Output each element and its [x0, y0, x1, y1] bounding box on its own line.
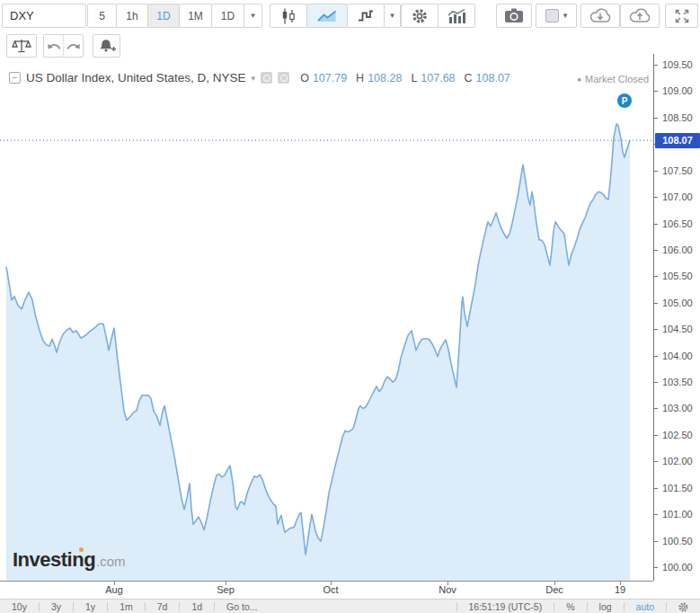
price-tick-label: 100.50 [662, 536, 693, 546]
price-tick-label: 102.00 [662, 456, 693, 466]
price-tick [654, 303, 658, 304]
event-marker-label: P [622, 96, 628, 106]
price-tick [654, 461, 658, 462]
time-tick-label: Sep [217, 584, 235, 595]
price-tick [654, 171, 658, 172]
clock-display[interactable]: 16:51:19 (UTC-5) [457, 600, 554, 613]
price-tick-label: 106.50 [662, 218, 693, 229]
time-tick-label: Nov [439, 584, 456, 595]
log-scale-button[interactable]: log [588, 600, 624, 613]
instrument-title: US Dollar Index, United States, D, NYSE [26, 71, 246, 84]
goto-date-button[interactable]: Go to... [215, 600, 269, 613]
close-label: C [465, 72, 473, 84]
percent-scale-button[interactable]: % [554, 600, 586, 613]
time-axis[interactable]: AugSepOctNovDec19 [0, 581, 653, 599]
range-button-1m[interactable]: 1m [108, 600, 145, 613]
series-settings-button[interactable] [278, 72, 289, 84]
time-tick-label: Oct [323, 584, 338, 595]
range-button-3y[interactable]: 3y [40, 600, 73, 613]
close-value: 108.07 [476, 72, 510, 84]
range-button-7d[interactable]: 7d [146, 600, 180, 613]
ohlc-values: O 107.79 H 108.28 L 107.68 C 108.07 [300, 72, 516, 84]
eye-icon [263, 75, 270, 82]
price-tick [654, 91, 658, 92]
price-tick-label: 107.50 [662, 165, 693, 176]
price-tick [654, 250, 658, 251]
gear-icon [280, 75, 288, 82]
time-tick-label: Dec [545, 584, 563, 595]
price-tick-label: 103.00 [662, 403, 693, 413]
axis-settings-button[interactable] [667, 601, 700, 613]
price-tick [654, 276, 658, 277]
open-label: O [300, 72, 309, 84]
fullscreen-button[interactable] [665, 4, 698, 28]
gear-icon [678, 601, 689, 613]
chart-header: − US Dollar Index, United States, D, NYS… [9, 71, 516, 84]
price-tick-label: 106.00 [662, 244, 693, 255]
range-buttons: 10y3y1y1m7d1dGo to... [0, 600, 270, 613]
high-value: 108.28 [368, 72, 402, 84]
price-tick [654, 65, 658, 66]
auto-scale-button[interactable]: auto [625, 600, 666, 613]
series-visibility-button[interactable] [261, 72, 272, 84]
price-tick [654, 329, 658, 330]
price-tick [654, 488, 658, 489]
price-chart[interactable]: P [0, 0, 653, 582]
price-tick-label: 102.50 [662, 430, 693, 440]
bottom-toolbar-right: 16:51:19 (UTC-5) % log auto [456, 600, 700, 613]
price-tick [654, 197, 658, 198]
fullscreen-icon [674, 8, 690, 24]
price-tick [654, 356, 658, 357]
market-status: ● Market Closed [577, 74, 649, 84]
logo-suffix-text: .com [96, 554, 126, 569]
price-tick [654, 382, 658, 383]
market-status-text: Market Closed [585, 74, 649, 84]
price-tick-label: 105.50 [662, 271, 693, 281]
price-tick [654, 435, 658, 436]
price-tick [654, 408, 658, 409]
time-tick-label: Aug [105, 584, 123, 595]
chart-app: DXY 5 1h 1D 1M 1D ▾ ▾ [0, 0, 700, 613]
range-button-1y[interactable]: 1y [74, 600, 107, 613]
price-tick [654, 567, 658, 568]
range-button-1d[interactable]: 1d [180, 600, 214, 613]
investing-logo: Investing .com [13, 548, 126, 572]
time-tick-label: 19 [615, 584, 625, 595]
price-tick-label: 101.00 [662, 509, 693, 520]
price-tick-label: 107.00 [662, 191, 693, 202]
current-price-tag: 108.07 [655, 133, 700, 148]
status-dot-icon: ● [577, 76, 581, 84]
collapse-icon[interactable]: − [9, 72, 21, 84]
low-label: L [411, 72, 417, 84]
price-tick-label: 100.00 [662, 562, 693, 573]
logo-brand-text: Investing [13, 548, 95, 572]
price-tick [654, 224, 658, 225]
price-tick-label: 105.00 [662, 298, 693, 308]
low-value: 107.68 [421, 72, 455, 84]
logo-orange-dot [79, 547, 84, 552]
price-tick [654, 514, 658, 515]
price-tick-label: 103.50 [662, 377, 693, 387]
chevron-down-icon[interactable]: ▾ [252, 74, 256, 83]
price-tick [654, 118, 658, 119]
area-fill [6, 124, 630, 581]
price-tick-label: 104.50 [662, 324, 693, 334]
open-value: 107.79 [313, 72, 347, 84]
price-tick-label: 104.00 [662, 351, 693, 361]
price-tick-label: 109.00 [662, 85, 693, 96]
price-tick [654, 541, 658, 542]
range-button-10y[interactable]: 10y [0, 600, 39, 613]
price-tick-label: 101.50 [662, 483, 693, 493]
bottom-toolbar: 10y3y1y1m7d1dGo to... 16:51:19 (UTC-5) %… [0, 599, 700, 613]
high-label: H [356, 72, 364, 84]
price-tick-label: 109.50 [662, 59, 693, 70]
price-tick-label: 108.50 [662, 112, 693, 123]
